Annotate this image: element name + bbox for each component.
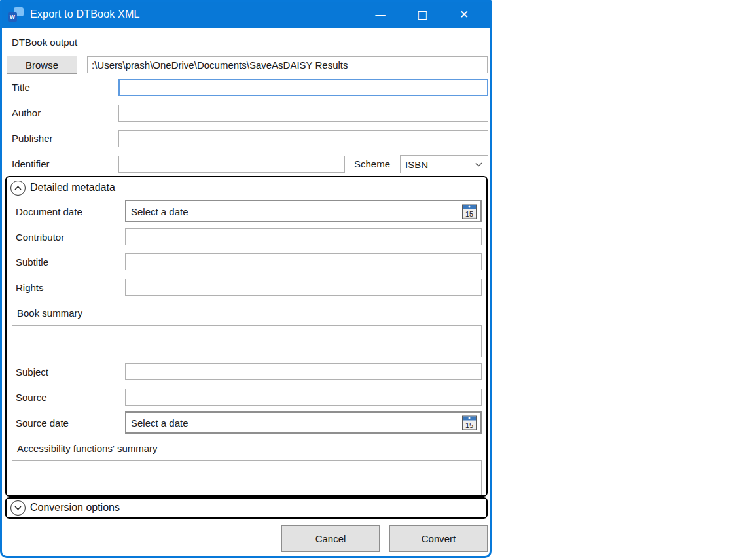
calendar-icon-dot bbox=[469, 417, 471, 419]
calendar-icon-day: 15 bbox=[463, 420, 476, 429]
rights-input[interactable] bbox=[125, 279, 482, 296]
calendar-icon: 15 bbox=[462, 415, 477, 430]
export-dtbook-dialog: w Export to DTBook XML — □ ✕ DTBook outp… bbox=[0, 0, 492, 558]
browse-button[interactable]: Browse bbox=[7, 56, 77, 74]
source-date-watermark: Select a date bbox=[126, 417, 188, 429]
subtitle-input[interactable] bbox=[125, 253, 482, 270]
conversion-options-header[interactable]: Conversion options bbox=[30, 502, 120, 514]
identifier-input[interactable] bbox=[118, 156, 345, 173]
output-path-input[interactable] bbox=[87, 56, 488, 73]
scheme-selected-value: ISBN bbox=[405, 159, 428, 170]
subject-input[interactable] bbox=[125, 363, 482, 380]
author-label: Author bbox=[12, 107, 41, 118]
book-summary-label: Book summary bbox=[17, 307, 82, 319]
source-date-calendar-button[interactable]: 15 bbox=[460, 414, 478, 432]
close-button[interactable]: ✕ bbox=[443, 0, 485, 28]
contributor-input[interactable] bbox=[125, 228, 482, 245]
scheme-label: Scheme bbox=[354, 158, 390, 169]
source-date-picker[interactable]: Select a date 15 bbox=[125, 411, 482, 434]
maximize-button[interactable]: □ bbox=[401, 0, 443, 28]
source-input[interactable] bbox=[125, 389, 482, 406]
chevron-up-icon bbox=[14, 186, 22, 190]
accessibility-summary-textarea[interactable] bbox=[12, 460, 482, 495]
conversion-options-toggle[interactable] bbox=[10, 500, 26, 516]
author-input[interactable] bbox=[118, 105, 488, 122]
cancel-button[interactable]: Cancel bbox=[281, 525, 380, 552]
word-app-icon: w bbox=[8, 7, 24, 22]
convert-button[interactable]: Convert bbox=[389, 525, 488, 552]
detailed-metadata-header[interactable]: Detailed metadata bbox=[30, 182, 115, 194]
scheme-select[interactable]: ISBN bbox=[400, 155, 488, 173]
publisher-input[interactable] bbox=[118, 130, 488, 147]
window-controls: — □ ✕ bbox=[359, 0, 485, 28]
title-input[interactable] bbox=[118, 79, 488, 96]
publisher-label: Publisher bbox=[12, 133, 53, 144]
calendar-icon-dot bbox=[469, 205, 471, 207]
source-date-label: Source date bbox=[16, 417, 69, 429]
calendar-icon-day: 15 bbox=[463, 209, 476, 218]
detailed-metadata-toggle[interactable] bbox=[10, 181, 26, 196]
titlebar[interactable]: w Export to DTBook XML — □ ✕ bbox=[0, 0, 492, 28]
dtbook-output-label: DTBook output bbox=[12, 37, 77, 48]
accessibility-summary-label: Accessibility functions' summary bbox=[17, 443, 158, 454]
contributor-label: Contributor bbox=[16, 232, 64, 243]
document-date-watermark: Select a date bbox=[126, 206, 188, 217]
subject-label: Subject bbox=[16, 366, 48, 377]
source-label: Source bbox=[16, 392, 47, 403]
chevron-down-icon bbox=[475, 162, 482, 167]
calendar-icon: 15 bbox=[462, 204, 477, 219]
chevron-down-icon bbox=[14, 506, 22, 510]
document-date-picker[interactable]: Select a date 15 bbox=[125, 200, 482, 222]
identifier-label: Identifier bbox=[12, 158, 50, 169]
rights-label: Rights bbox=[16, 282, 44, 293]
title-label: Title bbox=[12, 82, 30, 93]
word-icon-letter: w bbox=[8, 12, 17, 22]
document-date-label: Document date bbox=[16, 206, 82, 217]
minimize-button[interactable]: — bbox=[359, 0, 401, 28]
window-title: Export to DTBook XML bbox=[30, 9, 140, 20]
book-summary-textarea[interactable] bbox=[12, 325, 482, 357]
document-date-calendar-button[interactable]: 15 bbox=[460, 203, 478, 220]
subtitle-label: Subtitle bbox=[16, 256, 48, 268]
